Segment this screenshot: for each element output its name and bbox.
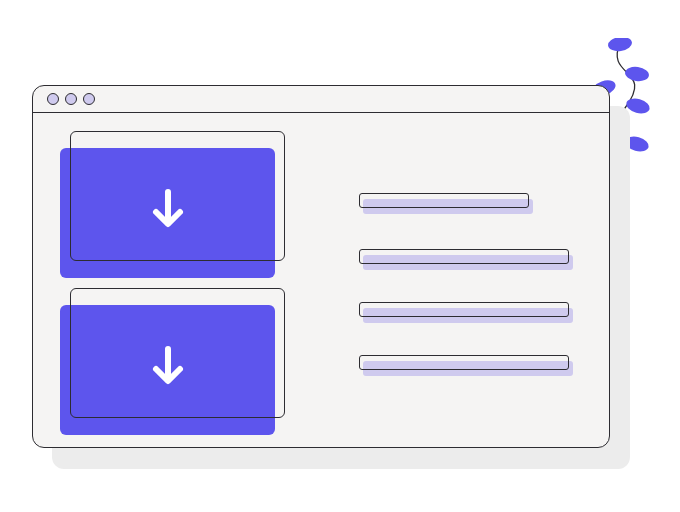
download-panel-1-outline [70,131,285,261]
svg-point-1 [624,65,650,82]
list-item-2[interactable] [359,249,569,264]
window-control-minimize[interactable] [65,93,77,105]
browser-window [32,85,610,448]
window-content [33,113,609,448]
svg-point-0 [607,38,633,53]
download-panel-2-outline [70,288,285,418]
window-control-zoom[interactable] [83,93,95,105]
window-control-close[interactable] [47,93,59,105]
titlebar [33,86,609,113]
list-item-3[interactable] [359,302,569,317]
list-item-1[interactable] [359,193,529,208]
list-item-4[interactable] [359,355,569,370]
